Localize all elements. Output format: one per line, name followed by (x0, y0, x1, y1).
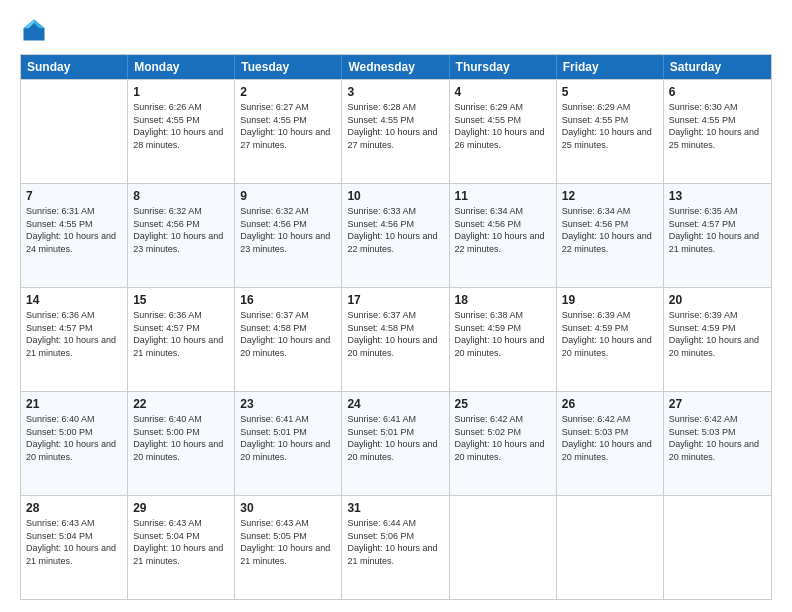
day-number: 23 (240, 396, 336, 412)
cell-info: Sunrise: 6:32 AMSunset: 4:56 PMDaylight:… (240, 205, 336, 255)
calendar-cell: 14Sunrise: 6:36 AMSunset: 4:57 PMDayligh… (21, 288, 128, 391)
calendar-cell: 29Sunrise: 6:43 AMSunset: 5:04 PMDayligh… (128, 496, 235, 599)
cell-info: Sunrise: 6:36 AMSunset: 4:57 PMDaylight:… (133, 309, 229, 359)
header-day-tuesday: Tuesday (235, 55, 342, 79)
calendar-cell: 17Sunrise: 6:37 AMSunset: 4:58 PMDayligh… (342, 288, 449, 391)
cell-info: Sunrise: 6:31 AMSunset: 4:55 PMDaylight:… (26, 205, 122, 255)
cell-info: Sunrise: 6:40 AMSunset: 5:00 PMDaylight:… (133, 413, 229, 463)
calendar-cell: 7Sunrise: 6:31 AMSunset: 4:55 PMDaylight… (21, 184, 128, 287)
calendar-cell (557, 496, 664, 599)
cell-info: Sunrise: 6:42 AMSunset: 5:03 PMDaylight:… (562, 413, 658, 463)
cell-info: Sunrise: 6:43 AMSunset: 5:04 PMDaylight:… (26, 517, 122, 567)
cell-info: Sunrise: 6:44 AMSunset: 5:06 PMDaylight:… (347, 517, 443, 567)
day-number: 10 (347, 188, 443, 204)
cell-info: Sunrise: 6:27 AMSunset: 4:55 PMDaylight:… (240, 101, 336, 151)
calendar-cell: 21Sunrise: 6:40 AMSunset: 5:00 PMDayligh… (21, 392, 128, 495)
cell-info: Sunrise: 6:30 AMSunset: 4:55 PMDaylight:… (669, 101, 766, 151)
cell-info: Sunrise: 6:26 AMSunset: 4:55 PMDaylight:… (133, 101, 229, 151)
header (20, 16, 772, 44)
calendar-cell: 1Sunrise: 6:26 AMSunset: 4:55 PMDaylight… (128, 80, 235, 183)
cell-info: Sunrise: 6:42 AMSunset: 5:02 PMDaylight:… (455, 413, 551, 463)
day-number: 18 (455, 292, 551, 308)
header-day-friday: Friday (557, 55, 664, 79)
cell-info: Sunrise: 6:41 AMSunset: 5:01 PMDaylight:… (240, 413, 336, 463)
calendar-cell: 28Sunrise: 6:43 AMSunset: 5:04 PMDayligh… (21, 496, 128, 599)
cell-info: Sunrise: 6:37 AMSunset: 4:58 PMDaylight:… (240, 309, 336, 359)
header-day-monday: Monday (128, 55, 235, 79)
calendar-header: SundayMondayTuesdayWednesdayThursdayFrid… (21, 55, 771, 79)
calendar-cell: 10Sunrise: 6:33 AMSunset: 4:56 PMDayligh… (342, 184, 449, 287)
day-number: 20 (669, 292, 766, 308)
calendar-cell (21, 80, 128, 183)
calendar-cell: 11Sunrise: 6:34 AMSunset: 4:56 PMDayligh… (450, 184, 557, 287)
day-number: 6 (669, 84, 766, 100)
cell-info: Sunrise: 6:32 AMSunset: 4:56 PMDaylight:… (133, 205, 229, 255)
calendar-cell: 27Sunrise: 6:42 AMSunset: 5:03 PMDayligh… (664, 392, 771, 495)
day-number: 3 (347, 84, 443, 100)
logo-icon (20, 16, 48, 44)
cell-info: Sunrise: 6:35 AMSunset: 4:57 PMDaylight:… (669, 205, 766, 255)
day-number: 22 (133, 396, 229, 412)
calendar: SundayMondayTuesdayWednesdayThursdayFrid… (20, 54, 772, 600)
cell-info: Sunrise: 6:39 AMSunset: 4:59 PMDaylight:… (669, 309, 766, 359)
calendar-cell: 15Sunrise: 6:36 AMSunset: 4:57 PMDayligh… (128, 288, 235, 391)
calendar-cell: 20Sunrise: 6:39 AMSunset: 4:59 PMDayligh… (664, 288, 771, 391)
cell-info: Sunrise: 6:37 AMSunset: 4:58 PMDaylight:… (347, 309, 443, 359)
cell-info: Sunrise: 6:34 AMSunset: 4:56 PMDaylight:… (562, 205, 658, 255)
calendar-cell: 30Sunrise: 6:43 AMSunset: 5:05 PMDayligh… (235, 496, 342, 599)
day-number: 5 (562, 84, 658, 100)
day-number: 27 (669, 396, 766, 412)
calendar-body: 1Sunrise: 6:26 AMSunset: 4:55 PMDaylight… (21, 79, 771, 599)
calendar-row-2: 7Sunrise: 6:31 AMSunset: 4:55 PMDaylight… (21, 183, 771, 287)
cell-info: Sunrise: 6:42 AMSunset: 5:03 PMDaylight:… (669, 413, 766, 463)
day-number: 24 (347, 396, 443, 412)
header-day-wednesday: Wednesday (342, 55, 449, 79)
day-number: 1 (133, 84, 229, 100)
calendar-cell: 13Sunrise: 6:35 AMSunset: 4:57 PMDayligh… (664, 184, 771, 287)
day-number: 31 (347, 500, 443, 516)
calendar-cell: 12Sunrise: 6:34 AMSunset: 4:56 PMDayligh… (557, 184, 664, 287)
day-number: 11 (455, 188, 551, 204)
day-number: 29 (133, 500, 229, 516)
day-number: 30 (240, 500, 336, 516)
cell-info: Sunrise: 6:39 AMSunset: 4:59 PMDaylight:… (562, 309, 658, 359)
calendar-row-1: 1Sunrise: 6:26 AMSunset: 4:55 PMDaylight… (21, 79, 771, 183)
day-number: 28 (26, 500, 122, 516)
calendar-row-4: 21Sunrise: 6:40 AMSunset: 5:00 PMDayligh… (21, 391, 771, 495)
day-number: 21 (26, 396, 122, 412)
calendar-cell: 2Sunrise: 6:27 AMSunset: 4:55 PMDaylight… (235, 80, 342, 183)
day-number: 2 (240, 84, 336, 100)
cell-info: Sunrise: 6:43 AMSunset: 5:05 PMDaylight:… (240, 517, 336, 567)
cell-info: Sunrise: 6:40 AMSunset: 5:00 PMDaylight:… (26, 413, 122, 463)
day-number: 16 (240, 292, 336, 308)
calendar-cell: 26Sunrise: 6:42 AMSunset: 5:03 PMDayligh… (557, 392, 664, 495)
page: SundayMondayTuesdayWednesdayThursdayFrid… (0, 0, 792, 612)
day-number: 25 (455, 396, 551, 412)
calendar-cell (450, 496, 557, 599)
day-number: 7 (26, 188, 122, 204)
calendar-cell: 19Sunrise: 6:39 AMSunset: 4:59 PMDayligh… (557, 288, 664, 391)
calendar-row-3: 14Sunrise: 6:36 AMSunset: 4:57 PMDayligh… (21, 287, 771, 391)
cell-info: Sunrise: 6:38 AMSunset: 4:59 PMDaylight:… (455, 309, 551, 359)
cell-info: Sunrise: 6:29 AMSunset: 4:55 PMDaylight:… (562, 101, 658, 151)
day-number: 12 (562, 188, 658, 204)
calendar-cell: 23Sunrise: 6:41 AMSunset: 5:01 PMDayligh… (235, 392, 342, 495)
cell-info: Sunrise: 6:33 AMSunset: 4:56 PMDaylight:… (347, 205, 443, 255)
day-number: 9 (240, 188, 336, 204)
day-number: 15 (133, 292, 229, 308)
calendar-cell: 8Sunrise: 6:32 AMSunset: 4:56 PMDaylight… (128, 184, 235, 287)
day-number: 26 (562, 396, 658, 412)
calendar-cell: 5Sunrise: 6:29 AMSunset: 4:55 PMDaylight… (557, 80, 664, 183)
calendar-cell: 25Sunrise: 6:42 AMSunset: 5:02 PMDayligh… (450, 392, 557, 495)
header-day-saturday: Saturday (664, 55, 771, 79)
cell-info: Sunrise: 6:34 AMSunset: 4:56 PMDaylight:… (455, 205, 551, 255)
calendar-row-5: 28Sunrise: 6:43 AMSunset: 5:04 PMDayligh… (21, 495, 771, 599)
calendar-cell: 9Sunrise: 6:32 AMSunset: 4:56 PMDaylight… (235, 184, 342, 287)
logo (20, 16, 52, 44)
calendar-cell: 6Sunrise: 6:30 AMSunset: 4:55 PMDaylight… (664, 80, 771, 183)
day-number: 19 (562, 292, 658, 308)
day-number: 8 (133, 188, 229, 204)
calendar-cell: 31Sunrise: 6:44 AMSunset: 5:06 PMDayligh… (342, 496, 449, 599)
cell-info: Sunrise: 6:29 AMSunset: 4:55 PMDaylight:… (455, 101, 551, 151)
day-number: 13 (669, 188, 766, 204)
